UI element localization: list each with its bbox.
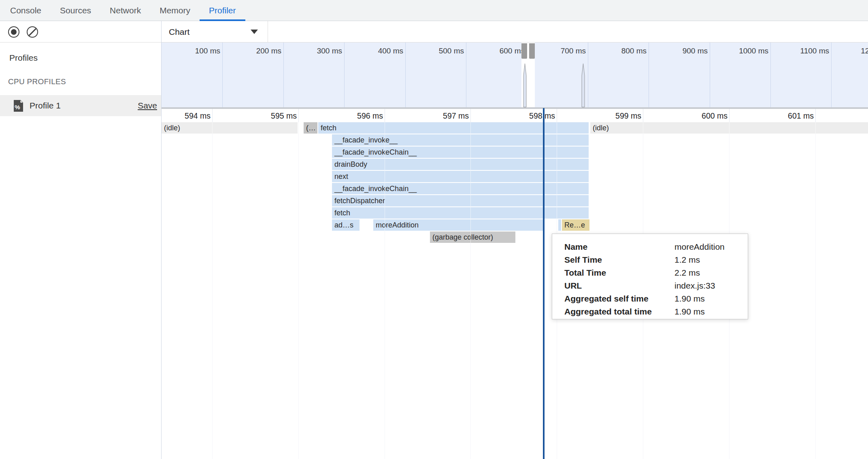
tooltip-label: URL — [564, 279, 674, 292]
chevron-down-icon — [251, 30, 258, 34]
flame-block-moreaddition[interactable]: moreAddition — [373, 219, 544, 231]
sidebar-heading: Profiles — [9, 53, 38, 63]
grid-line-overlay — [470, 122, 471, 459]
overview-tick-label: 100 ms — [158, 46, 220, 56]
grid-line-overlay — [815, 122, 816, 459]
tooltip-row: Total Time2.2 ms — [564, 266, 748, 279]
selection-handle-right[interactable] — [529, 43, 535, 59]
overview-activity-spike — [581, 64, 585, 107]
tooltip-label: Self Time — [564, 253, 674, 266]
tab-sources[interactable]: Sources — [51, 0, 100, 21]
selection-handle-left[interactable] — [521, 43, 527, 59]
view-mode-dropdown[interactable]: Chart — [162, 21, 268, 42]
flame-block--garbage-collector-[interactable]: (garbage collector) — [430, 232, 515, 243]
flame-block-re-e[interactable]: Re…e — [562, 219, 589, 231]
tab-profiler[interactable]: Profiler — [200, 0, 245, 21]
profile-name: Profile 1 — [30, 101, 61, 110]
record-icon — [8, 26, 19, 38]
flame-block[interactable] — [558, 219, 561, 231]
tooltip-label: Name — [564, 240, 674, 253]
overview-tick-label: 900 ms — [645, 46, 708, 56]
flame-block-next[interactable]: next — [332, 171, 589, 182]
tooltip-row: NamemoreAddition — [564, 240, 748, 253]
cpu-profiles-section-label: CPU PROFILES — [8, 77, 66, 86]
tab-console[interactable]: Console — [1, 0, 51, 21]
tooltip-value: moreAddition — [674, 240, 725, 253]
flame-block--facade-invokechain-[interactable]: __facade_invokeChain__ — [332, 147, 589, 158]
tooltip-row: URLindex.js:33 — [564, 279, 748, 292]
tooltip-value: index.js:33 — [674, 279, 715, 292]
flame-block-fetch[interactable]: fetch — [318, 122, 589, 134]
flame-block--idle-[interactable]: (idle) — [162, 122, 298, 134]
overview-tick-label: 200 ms — [219, 46, 281, 56]
overview-tick-label: 600 ms — [462, 46, 525, 56]
tooltip-row: Aggregated total time1.90 ms — [564, 305, 748, 318]
clear-icon — [27, 26, 38, 38]
svg-text:%: % — [15, 104, 20, 110]
tooltip-label: Aggregated total time — [564, 305, 674, 318]
grid-line-overlay — [212, 122, 213, 459]
tooltip-value: 1.90 ms — [674, 305, 705, 318]
flame-block--facade-invoke-[interactable]: __facade_invoke__ — [332, 134, 589, 146]
devtools-tabbar: ConsoleSourcesNetworkMemoryProfiler — [0, 0, 868, 21]
tooltip-label: Total Time — [564, 266, 674, 279]
overview-tick-label: 400 ms — [341, 46, 403, 56]
tooltip-label: Aggregated self time — [564, 292, 674, 305]
flame-block--[interactable]: (… — [304, 122, 317, 134]
view-mode-value: Chart — [169, 27, 189, 37]
flame-block--facade-invokechain-[interactable]: __facade_invokeChain__ — [332, 183, 589, 194]
devtools-window: ConsoleSourcesNetworkMemoryProfiler Char… — [0, 0, 868, 459]
timeline-overview[interactable]: 100 ms200 ms300 ms400 ms500 ms600 ms700 … — [162, 42, 868, 107]
tooltip-value: 1.90 ms — [674, 292, 705, 305]
tab-network[interactable]: Network — [100, 0, 150, 21]
playhead-line[interactable] — [543, 108, 545, 459]
tab-memory[interactable]: Memory — [150, 0, 200, 21]
tooltip-value: 1.2 ms — [674, 253, 700, 266]
flame-block-fetch[interactable]: fetch — [332, 207, 589, 219]
flame-block-fetchdispatcher[interactable]: fetchDispatcher — [332, 195, 589, 206]
tooltip-row: Aggregated self time1.90 ms — [564, 292, 748, 305]
record-button[interactable] — [8, 26, 19, 38]
tooltip-value: 2.2 ms — [674, 266, 700, 279]
flame-graph: (idle)(…fetch(idle)__facade_invoke____fa… — [162, 109, 868, 459]
overview-tick-label: 1200 ms — [828, 46, 868, 56]
flame-chart-pane: 100 ms200 ms300 ms400 ms500 ms600 ms700 … — [162, 42, 868, 459]
grid-line-overlay — [385, 122, 385, 459]
tooltip-row: Self Time1.2 ms — [564, 253, 748, 266]
profiles-sidebar: Profiles CPU PROFILES % Profile 1 Save — [0, 42, 161, 459]
frame-tooltip: NamemoreAdditionSelf Time1.2 msTotal Tim… — [552, 234, 748, 319]
flame-block-ad-s[interactable]: ad…s — [332, 219, 360, 231]
overview-tick-label: 1100 ms — [767, 46, 829, 56]
overview-tick-label: 500 ms — [402, 46, 464, 56]
overview-tick-label: 800 ms — [584, 46, 647, 56]
overview-activity-spike — [523, 64, 527, 107]
flame-block-drainbody[interactable]: drainBody — [332, 159, 589, 170]
overview-tick-label: 1000 ms — [706, 46, 768, 56]
grid-line-overlay — [298, 122, 299, 459]
clear-button[interactable] — [27, 26, 38, 38]
profiler-toolbar: Chart — [0, 21, 868, 42]
overview-tick-label: 300 ms — [280, 46, 342, 56]
profile-document-icon: % — [13, 99, 24, 113]
save-link[interactable]: Save — [138, 101, 157, 110]
